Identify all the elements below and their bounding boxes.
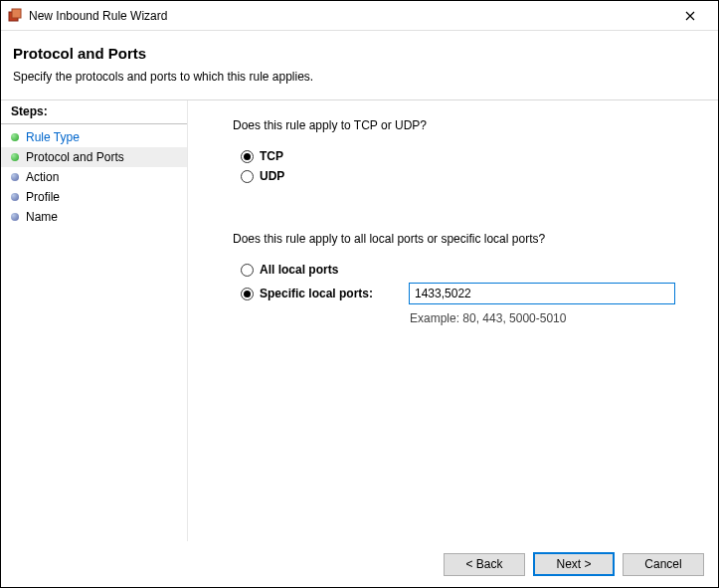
radio-label: TCP [260,149,283,163]
back-button[interactable]: < Back [444,553,525,576]
wizard-header: Protocol and Ports Specify the protocols… [1,31,718,100]
step-bullet-icon [11,133,19,141]
radio-label: Specific local ports: [260,287,409,300]
specific-ports-input[interactable] [409,283,675,304]
step-profile[interactable]: Profile [1,187,187,207]
radio-icon [241,288,254,300]
next-button[interactable]: Next > [533,552,615,576]
app-icon [7,8,23,24]
steps-list: Rule Type Protocol and Ports Action Prof… [1,124,187,227]
radio-label: UDP [260,169,284,183]
cancel-button[interactable]: Cancel [623,553,704,576]
step-label: Name [26,210,58,224]
wizard-content: Does this rule apply to TCP or UDP? TCP … [188,100,718,541]
radio-icon [241,170,254,183]
radio-specific-ports[interactable]: Specific local ports: [241,280,700,307]
step-bullet-icon [11,153,19,161]
ports-example-text: Example: 80, 443, 5000-5010 [410,311,700,325]
radio-icon [241,150,254,163]
step-label: Action [26,170,59,184]
titlebar: New Inbound Rule Wizard [1,1,718,31]
steps-heading: Steps: [1,100,187,124]
step-label: Rule Type [26,130,80,144]
step-bullet-icon [11,193,19,201]
step-label: Protocol and Ports [26,150,124,164]
svg-rect-1 [12,9,21,18]
step-action[interactable]: Action [1,167,187,187]
radio-tcp[interactable]: TCP [241,146,700,166]
step-protocol-ports[interactable]: Protocol and Ports [1,147,187,167]
page-subtitle: Specify the protocols and ports to which… [13,70,706,84]
step-bullet-icon [11,173,19,181]
wizard-body: Steps: Rule Type Protocol and Ports Acti… [1,100,718,541]
wizard-window: New Inbound Rule Wizard Protocol and Por… [0,0,719,588]
step-rule-type[interactable]: Rule Type [1,127,187,147]
window-title: New Inbound Rule Wizard [29,9,670,23]
step-label: Profile [26,190,60,204]
step-name[interactable]: Name [1,207,187,227]
protocol-question: Does this rule apply to TCP or UDP? [233,118,700,132]
wizard-footer: < Back Next > Cancel [1,541,718,587]
page-title: Protocol and Ports [13,45,706,62]
radio-icon [241,264,254,277]
radio-label: All local ports [260,263,409,277]
radio-all-ports[interactable]: All local ports [241,260,700,280]
step-bullet-icon [11,213,19,221]
ports-question: Does this rule apply to all local ports … [233,232,700,246]
steps-sidebar: Steps: Rule Type Protocol and Ports Acti… [1,100,188,541]
radio-udp[interactable]: UDP [241,166,700,186]
close-button[interactable] [670,2,710,30]
